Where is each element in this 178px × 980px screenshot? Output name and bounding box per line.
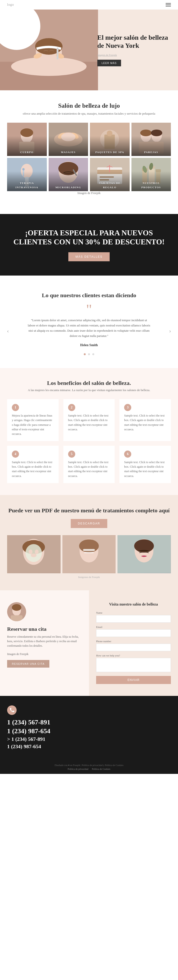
luxury-title: Salón de belleza de lujo [7, 102, 171, 109]
form-label-email: Email [96, 625, 171, 628]
hero-content: El mejor salón de belleza de Nueva York … [93, 10, 178, 90]
testimonial-dot-3[interactable] [92, 353, 94, 355]
phone-icon [7, 705, 17, 715]
pdf-download-button[interactable]: DESCARGAR [71, 519, 107, 528]
hero-section: El mejor salón de belleza de Nueva York … [0, 10, 178, 90]
testimonial-author: Helen Smith [17, 343, 161, 347]
beneficios-grid: 1 Mejora la apariencia de líneas finas y… [7, 399, 171, 483]
footer: Diseñado con ♥ en Freepik | Política de … [0, 760, 178, 774]
form-input-phone[interactable] [96, 644, 171, 651]
beneficio-item-2: 2 Sample text. Click to select the text … [63, 399, 115, 441]
testimonials-title: Lo que nuestros clientes estan diciendo [7, 292, 171, 299]
service-item-paquetes[interactable]: PAQUETES DE SPA [90, 123, 129, 156]
service-label-productos: NUESTROS PRODUCTOS [142, 181, 161, 189]
luxury-description: ofrece una amplia selección de tratamien… [20, 112, 158, 116]
menu-button[interactable] [165, 3, 171, 6]
beneficio-item-6: 6 Sample text. Click to select the text … [120, 446, 171, 483]
navigation: logo [0, 0, 178, 10]
testimonials-section: Lo que nuestros clientes estan diciendo … [0, 280, 178, 368]
logo: logo [7, 3, 14, 6]
phone-2[interactable]: 1 (234) 987-654 [7, 727, 171, 735]
beneficio-text-6: Sample text. Click to select the text bo… [124, 460, 166, 478]
svg-point-25 [151, 130, 162, 136]
service-item-cuerpo[interactable]: CUERPO [7, 123, 47, 156]
form-field-message: How can we help you? [96, 654, 171, 673]
testimonial-prev-button[interactable]: ‹ [7, 328, 9, 334]
form-label-phone: Phone number [96, 640, 171, 643]
svg-rect-7 [57, 48, 58, 59]
service-item-parejas[interactable]: PAREJAS [131, 123, 171, 156]
beneficio-item-1: 1 Mejora la apariencia de líneas finas y… [7, 399, 58, 441]
testimonial-text: "Lorem ipsum dolor sit amet, consectetur… [27, 318, 151, 339]
service-item-tarjetas[interactable]: TARJETAS DE REGALO [90, 158, 129, 191]
pdf-images-grid [7, 535, 171, 573]
form-label-name: Name [96, 611, 171, 614]
reservar-cta-button[interactable]: RESERVAR UNA CITA [7, 660, 49, 668]
svg-point-53 [25, 544, 42, 562]
pdf-image-2 [62, 535, 116, 573]
phone-1[interactable]: 1 (234) 567-891 [7, 719, 171, 726]
service-label-masajes: MASAJES [61, 151, 76, 154]
reservar-title: Reservar una cita [7, 626, 82, 632]
beneficio-num-1: 1 [12, 404, 19, 411]
beneficios-section: Los beneficios del salón de belleza. A l… [0, 368, 178, 495]
beneficio-text-2: Sample text. Click to select the text bo… [68, 414, 110, 432]
testimonial-dot-1[interactable] [84, 353, 86, 355]
hero-cta-button[interactable]: LEER MÁS [97, 60, 121, 66]
pdf-title: Puede ver un PDF de nuestro menú de trat… [7, 507, 171, 514]
footer-link-privacy[interactable]: Política de privacidad [68, 768, 88, 770]
svg-point-20 [107, 130, 112, 136]
service-item-terapia[interactable]: TERAPIA INTRAVENOSA [7, 158, 47, 191]
reservar-section: Reservar una cita Reserve cómodamente su… [0, 590, 178, 696]
oferta-title: ¡OFERTA ESPECIAL PARA NUEVOS CLIENTES CO… [7, 228, 171, 247]
beneficio-num-6: 6 [124, 450, 131, 458]
beneficios-title: Los beneficios del salón de belleza. [7, 380, 171, 387]
beneficio-item-5: 5 Sample text. Click to select the text … [63, 446, 115, 483]
reservar-form-title: Visita nuestro salón de belleza [96, 602, 171, 606]
svg-point-16 [61, 133, 75, 141]
service-overlay-microblading: MICROBLADING [49, 183, 88, 191]
service-overlay-productos: NUESTROS PRODUCTOS [131, 179, 171, 191]
service-item-microblading[interactable]: MICROBLADING [49, 158, 88, 191]
service-overlay-tarjetas: TARJETAS DE REGALO [90, 179, 129, 191]
form-field-name: Name [96, 611, 171, 623]
testimonial-dot-2[interactable] [88, 353, 90, 355]
services-grid-top: CUERPO MASAJES [7, 123, 171, 156]
svg-point-67 [12, 604, 21, 611]
beneficio-text-4: Sample text. Click to select the text bo… [12, 460, 54, 478]
svg-point-28 [21, 164, 33, 178]
form-input-message[interactable] [96, 658, 171, 672]
hero-credit[interactable]: Imagen de Freepik [97, 54, 171, 56]
service-overlay-masajes: MASAJES [49, 148, 88, 156]
beneficio-text-1: Mejora la apariencia de líneas finas y a… [12, 414, 54, 436]
reservar-left-panel: Reservar una cita Reserve cómodamente su… [0, 590, 89, 696]
beneficio-text-3: Sample text. Click to select the text bo… [124, 414, 166, 432]
form-field-phone: Phone number [96, 640, 171, 651]
phone-svg-icon [9, 708, 14, 713]
service-label-parejas: PAREJAS [144, 151, 158, 154]
service-item-masajes[interactable]: MASAJES [49, 123, 88, 156]
footer-text: Diseñado con ♥ en Freepik | Política de … [7, 764, 171, 767]
oferta-cta-button[interactable]: MÁS DETALLES [68, 252, 110, 261]
service-overlay-cuerpo: CUERPO [7, 148, 47, 156]
footer-link-cookies[interactable]: Política de Cookies [92, 768, 110, 770]
svg-point-24 [140, 130, 151, 136]
form-input-name[interactable] [96, 615, 171, 623]
testimonial-next-button[interactable]: › [169, 328, 171, 334]
reservar-description: Reserve cómodamente su cita personal en … [7, 635, 82, 648]
svg-rect-39 [100, 177, 114, 178]
form-input-email[interactable] [96, 629, 171, 637]
service-label-microblading: MICROBLADING [55, 186, 81, 189]
svg-point-10 [20, 128, 33, 137]
testimonial-dots [17, 352, 161, 356]
beneficio-num-4: 4 [12, 450, 19, 458]
services-grid-bottom: TERAPIA INTRAVENOSA MICROBLADING [7, 158, 171, 191]
svg-point-55 [35, 549, 39, 554]
service-item-productos[interactable]: NUESTROS PRODUCTOS [131, 158, 171, 191]
svg-rect-47 [156, 169, 161, 172]
form-submit-button[interactable]: ENVIAR [96, 676, 171, 684]
form-label-message: How can we help you? [96, 654, 171, 657]
phone-4[interactable]: 1 (234) 987-654 [7, 743, 171, 749]
testimonial-wrapper: ‹ " "Lorem ipsum dolor sit amet, consect… [7, 306, 171, 356]
phone-3[interactable]: > 1 (234) 567-891 [7, 736, 171, 742]
